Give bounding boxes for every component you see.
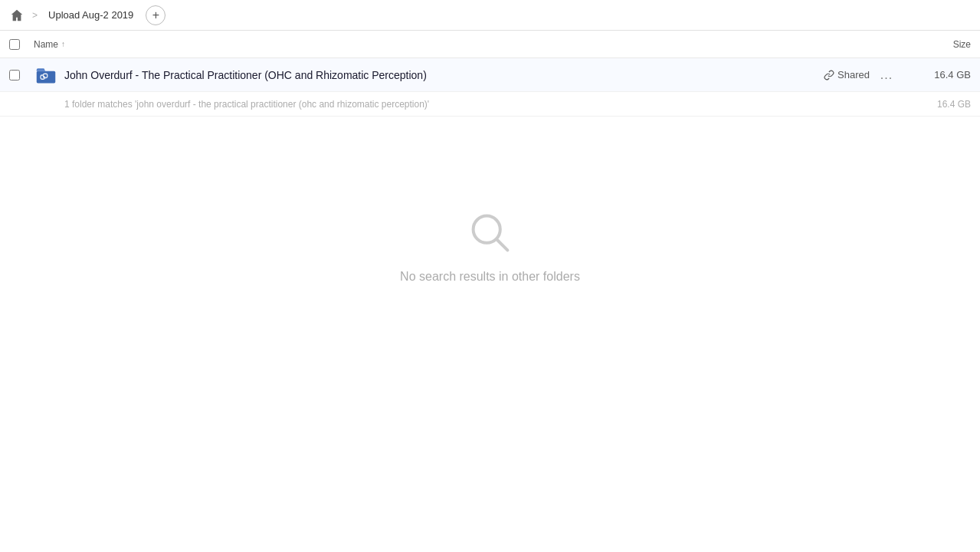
- empty-search-icon: [466, 209, 515, 258]
- column-headers: Name ↑ Size: [0, 31, 980, 58]
- top-bar: > Upload Aug-2 2019 +: [0, 0, 980, 31]
- breadcrumb-item[interactable]: Upload Aug-2 2019: [42, 6, 139, 24]
- summary-size: 16.4 GB: [910, 99, 971, 110]
- home-button[interactable]: [6, 5, 28, 26]
- size-column-header: Size: [910, 39, 971, 50]
- more-options-button[interactable]: ...: [876, 64, 897, 86]
- file-row[interactable]: John Overdurf - The Practical Practition…: [0, 58, 980, 92]
- link-icon: [824, 70, 834, 80]
- svg-line-3: [497, 239, 507, 250]
- file-actions: Shared ...: [824, 64, 897, 86]
- select-all-checkbox[interactable]: [9, 39, 20, 50]
- name-column-header[interactable]: Name ↑: [34, 39, 910, 50]
- header-checkbox-col: [9, 39, 34, 50]
- file-name: John Overdurf - The Practical Practition…: [64, 69, 824, 81]
- summary-row: 1 folder matches 'john overdurf - the pr…: [0, 92, 980, 117]
- shared-label: Shared: [837, 69, 870, 80]
- file-checkbox[interactable]: [9, 70, 20, 80]
- file-size: 16.4 GB: [910, 69, 971, 80]
- add-button[interactable]: +: [146, 5, 166, 25]
- summary-text: 1 folder matches 'john overdurf - the pr…: [9, 99, 910, 110]
- empty-state-message: No search results in other folders: [400, 270, 580, 284]
- sort-indicator: ↑: [61, 40, 65, 48]
- folder-icon: [34, 63, 58, 87]
- empty-state: No search results in other folders: [0, 209, 980, 284]
- shared-badge: Shared: [824, 69, 870, 80]
- svg-rect-0: [37, 71, 56, 83]
- breadcrumb-separator: >: [31, 10, 39, 21]
- file-checkbox-col: [9, 70, 34, 80]
